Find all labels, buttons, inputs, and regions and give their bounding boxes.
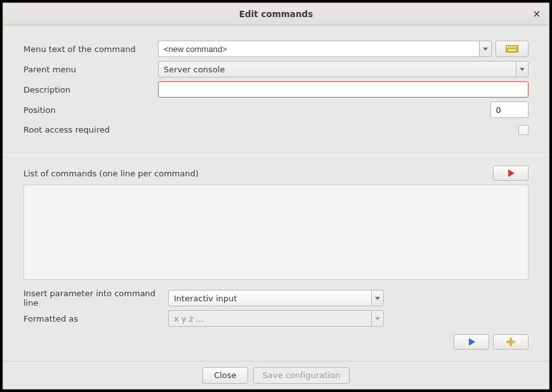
svg-marker-0	[483, 48, 488, 51]
chevron-down-icon	[483, 46, 488, 51]
label-position: Position	[23, 105, 158, 115]
close-icon[interactable]: ×	[531, 10, 542, 21]
insert-param-value: Interactiv input	[168, 290, 371, 306]
row-insert-param: Insert parameter into command line Inter…	[23, 289, 529, 308]
row-description: Description	[23, 81, 529, 98]
label-list-commands: List of commands (one line per command)	[23, 169, 493, 178]
titlebar: Edit commands ×	[3, 3, 549, 25]
formatted-as-select: x y z ...	[168, 310, 384, 327]
keyboard-button[interactable]	[496, 41, 529, 57]
svg-rect-2	[507, 46, 508, 48]
row-position: Position	[23, 101, 529, 118]
position-input[interactable]	[490, 101, 529, 118]
svg-rect-14	[507, 341, 515, 343]
keyboard-icon	[506, 45, 518, 53]
edit-commands-dialog: Edit commands × Menu text of the command	[3, 3, 549, 389]
label-root-access: Root access required	[23, 125, 158, 134]
save-configuration-button: Save configuration	[253, 367, 350, 384]
label-menu-text: Menu text of the command	[23, 44, 158, 54]
svg-marker-8	[520, 68, 525, 71]
svg-marker-10	[375, 297, 380, 300]
svg-marker-9	[508, 169, 515, 177]
formatted-as-dropdown-button	[371, 310, 384, 327]
description-input[interactable]	[158, 81, 529, 98]
chevron-down-icon	[520, 67, 525, 72]
menu-text-combo[interactable]	[158, 41, 492, 57]
svg-marker-12	[469, 338, 475, 346]
chevron-down-icon	[375, 316, 380, 321]
add-param-button[interactable]	[493, 334, 529, 350]
label-insert-param: Insert parameter into command line	[23, 289, 168, 308]
plus-icon	[506, 337, 515, 346]
close-button[interactable]: Close	[202, 367, 248, 384]
menu-text-input[interactable]	[158, 41, 479, 57]
commands-header: List of commands (one line per command)	[23, 166, 529, 181]
button-bar: Close Save configuration	[3, 361, 549, 389]
upper-section: Menu text of the command	[3, 25, 549, 153]
play-red-icon	[507, 169, 515, 177]
label-description: Description	[23, 85, 158, 95]
label-formatted-as: Formatted as	[23, 314, 168, 323]
parent-menu-select[interactable]: Server console	[158, 61, 529, 77]
lower-section: List of commands (one line per command) …	[3, 154, 549, 361]
root-access-checkbox[interactable]	[518, 125, 529, 135]
svg-rect-3	[509, 46, 510, 48]
window-title: Edit commands	[239, 9, 313, 19]
label-parent-menu: Parent menu	[23, 65, 158, 74]
menu-text-dropdown-button[interactable]	[479, 41, 492, 57]
formatted-as-value: x y z ...	[168, 310, 371, 327]
run-commands-button[interactable]	[493, 166, 529, 181]
dialog-body: Menu text of the command	[3, 25, 549, 389]
row-parent-menu: Parent menu Server console	[23, 61, 529, 77]
insert-play-button[interactable]	[454, 334, 489, 350]
param-action-row	[23, 334, 529, 350]
svg-marker-11	[375, 317, 380, 320]
svg-rect-5	[513, 46, 514, 48]
row-menu-text: Menu text of the command	[23, 41, 529, 57]
svg-rect-6	[515, 46, 516, 48]
insert-param-select[interactable]: Interactiv input	[168, 290, 384, 306]
chevron-down-icon	[375, 296, 380, 301]
play-blue-icon	[468, 338, 475, 346]
svg-rect-7	[508, 49, 516, 51]
svg-rect-1	[506, 45, 518, 53]
svg-rect-4	[511, 46, 512, 48]
parent-menu-dropdown-button[interactable]	[516, 61, 529, 77]
row-root-access: Root access required	[23, 122, 529, 138]
parent-menu-value: Server console	[158, 61, 516, 77]
insert-param-dropdown-button[interactable]	[371, 290, 384, 306]
row-formatted-as: Formatted as x y z ...	[23, 310, 529, 327]
commands-textarea[interactable]	[23, 185, 529, 280]
